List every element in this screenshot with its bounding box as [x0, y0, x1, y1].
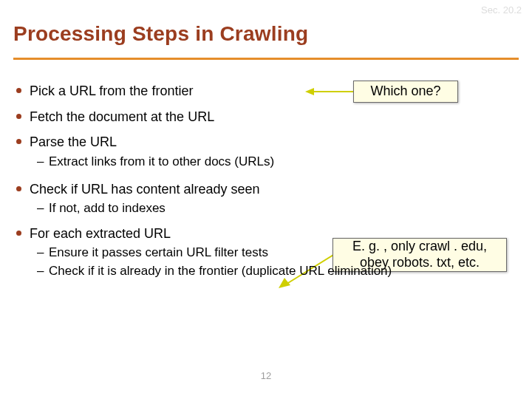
- bullet-text: For each extracted URL: [30, 226, 171, 241]
- bullet-dot-icon: [16, 186, 21, 191]
- sub-add-index: – If not, add to indexes: [13, 200, 519, 216]
- bullet-text: Pick a URL from the frontier: [30, 83, 193, 98]
- sub-filter-tests: – Ensure it passes certain URL filter te…: [13, 245, 519, 260]
- bullet-dot-icon: [16, 88, 21, 93]
- bullet-text: Fetch the document at the URL: [30, 109, 214, 124]
- sub-dup-elim: – Check if it is already in the frontier…: [13, 263, 519, 279]
- bullet-dot-icon: [16, 114, 21, 119]
- dash-icon: –: [37, 245, 44, 260]
- content-area: Pick a URL from the frontier Fetch the d…: [13, 72, 519, 279]
- sub-text: Ensure it passes certain URL filter test…: [49, 245, 268, 259]
- bullet-text: Parse the URL: [30, 134, 117, 149]
- bullet-parse-url: Parse the URL: [13, 134, 519, 151]
- bullet-text: Check if URL has content already seen: [30, 182, 260, 197]
- bullet-check-content: Check if URL has content already seen: [13, 181, 519, 198]
- sub-text: Check if it is already in the frontier (…: [49, 264, 392, 278]
- slide-title: Processing Steps in Crawling: [13, 22, 308, 46]
- section-reference: Sec. 20.2: [481, 4, 522, 16]
- dash-icon: –: [37, 263, 44, 279]
- bullet-fetch-doc: Fetch the document at the URL: [13, 109, 519, 126]
- bullet-dot-icon: [16, 231, 21, 236]
- bullet-dot-icon: [16, 139, 21, 144]
- dash-icon: –: [37, 200, 44, 216]
- page-number: 12: [0, 370, 532, 381]
- bullet-pick-url: Pick a URL from the frontier: [13, 83, 519, 100]
- dash-icon: –: [37, 154, 44, 169]
- sub-text: Extract links from it to other docs (URL…: [49, 154, 274, 168]
- sub-extract-links: – Extract links from it to other docs (U…: [13, 154, 519, 169]
- bullet-foreach-url: For each extracted URL: [13, 225, 519, 242]
- title-underline: [13, 58, 519, 60]
- sub-text: If not, add to indexes: [49, 201, 166, 215]
